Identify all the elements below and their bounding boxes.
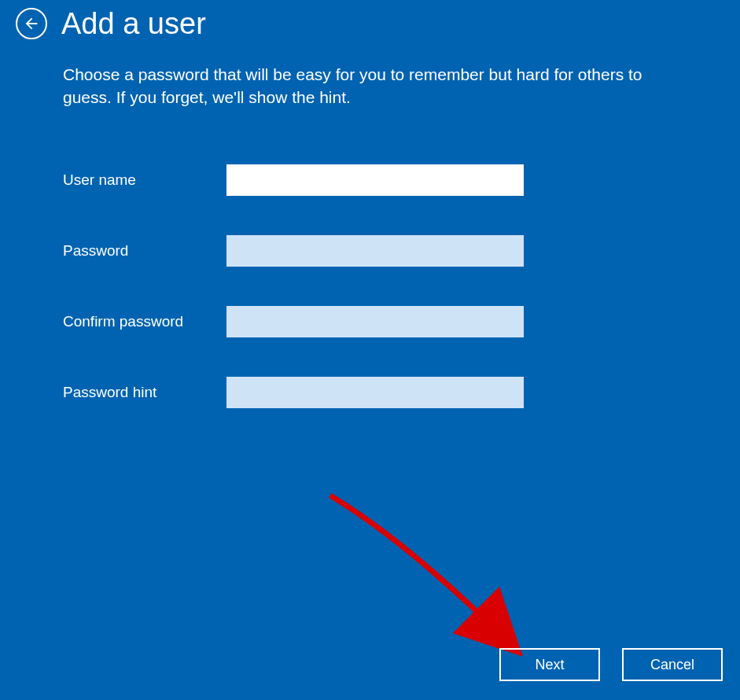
confirm-password-label: Confirm password bbox=[63, 313, 226, 330]
password-hint-label: Password hint bbox=[63, 384, 226, 401]
confirm-password-row: Confirm password bbox=[63, 306, 740, 337]
username-row: User name bbox=[63, 164, 740, 196]
button-bar: Next Cancel bbox=[499, 648, 723, 681]
username-label: User name bbox=[63, 171, 226, 189]
username-input[interactable] bbox=[226, 164, 524, 196]
confirm-password-input[interactable] bbox=[226, 306, 524, 337]
add-user-form: User name Password Confirm password Pass… bbox=[63, 164, 740, 408]
cancel-button[interactable]: Cancel bbox=[622, 648, 723, 681]
back-arrow-icon bbox=[23, 15, 40, 32]
password-row: Password bbox=[63, 235, 740, 267]
page-title: Add a user bbox=[61, 9, 206, 39]
password-hint-row: Password hint bbox=[63, 377, 740, 408]
password-hint-input[interactable] bbox=[226, 377, 524, 408]
next-button[interactable]: Next bbox=[499, 648, 600, 681]
password-label: Password bbox=[63, 242, 226, 260]
back-button[interactable] bbox=[16, 8, 47, 39]
annotation-arrow-icon bbox=[315, 480, 550, 676]
password-input[interactable] bbox=[226, 235, 524, 267]
page-description: Choose a password that will be easy for … bbox=[63, 63, 692, 109]
